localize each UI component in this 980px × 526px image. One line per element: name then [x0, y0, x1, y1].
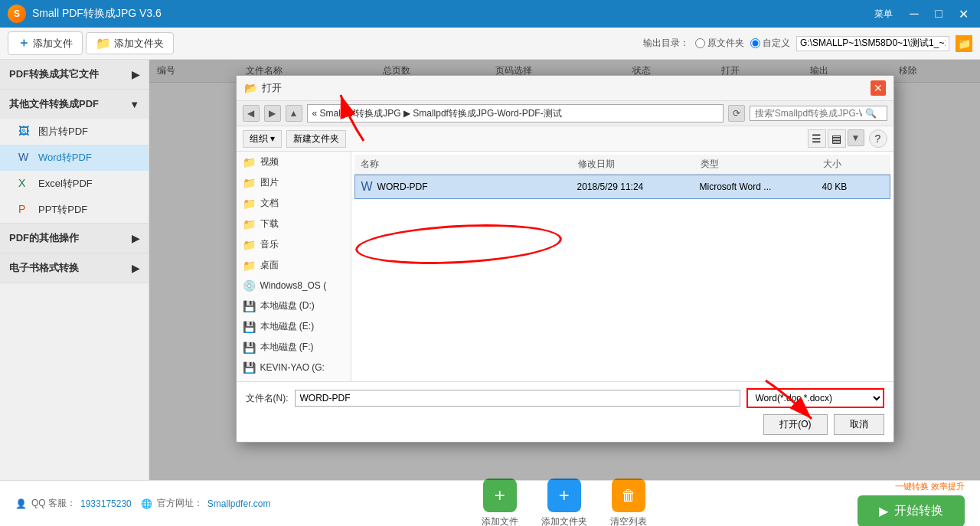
output-path-input[interactable]	[796, 36, 949, 51]
main-layout: PDF转换成其它文件 ▶ 其他文件转换成PDF ▼ 🖼 图片转PDF W Wor…	[0, 60, 980, 480]
bottom-clear-list[interactable]: 🗑 清空列表	[610, 479, 647, 526]
add-folder-plus-icon: +	[559, 485, 570, 506]
sidebar-network[interactable]: 🌐 网络	[237, 377, 351, 381]
add-file-button[interactable]: ＋ 添加文件	[8, 31, 83, 55]
help-button[interactable]: ?	[869, 129, 887, 148]
filename-input[interactable]	[295, 390, 740, 407]
bottom-center-icons: + 添加文件 + 添加文件夹 🗑 清空列表	[482, 479, 647, 526]
maximize-button[interactable]: □	[929, 5, 948, 23]
title-bar: S Small PDF转换成JPG V3.6 菜单 ─ □ ✕	[0, 0, 980, 28]
radio-custom[interactable]: 自定义	[750, 37, 790, 50]
website-label-bottom: 官方网址：	[157, 497, 203, 510]
folder-icon-desktop: 📁	[243, 260, 256, 272]
sidebar-desktop[interactable]: 📁 桌面	[237, 255, 351, 276]
add-folder-button[interactable]: 📁 添加文件夹	[86, 32, 174, 54]
sidebar-disk-e[interactable]: 💾 本地磁盘 (E:)	[237, 316, 351, 337]
folder-icon-images: 📁	[243, 177, 256, 189]
filename-label: 文件名(N):	[246, 392, 289, 405]
file-item-word-pdf[interactable]: W WORD-PDF 2018/5/29 11:24 Microsoft Wor…	[354, 175, 890, 199]
radio-original[interactable]: 原文件夹	[695, 37, 744, 50]
dialog-title-left: 📂 打开	[244, 81, 282, 95]
cancel-button[interactable]: 取消	[834, 414, 884, 435]
forward-button[interactable]: ▶	[264, 105, 281, 122]
nav-path: « Smallpdf转换成JPG ▶ Smallpdf转换成JPG-Word-P…	[307, 104, 724, 123]
dialog-sidebar: 📁 视频 📁 图片 📁 文档 📁 下载	[237, 152, 351, 381]
up-button[interactable]: ▲	[286, 105, 302, 122]
dialog-nav: ◀ ▶ ▲ « Smallpdf转换成JPG ▶ Smallpdf转换成JPG-…	[237, 101, 893, 126]
output-label: 输出目录：	[643, 37, 689, 50]
folder-icon: 📁	[243, 156, 256, 168]
expand-icon-2: ▼	[129, 99, 139, 110]
qq-label: 👤	[15, 498, 27, 509]
organize-button[interactable]: 组织 ▾	[243, 130, 282, 148]
title-bar-left: S Small PDF转换成JPG V3.6	[8, 5, 162, 23]
service-label: QQ 客服：	[31, 497, 76, 510]
sidebar-item-ppt-to-pdf[interactable]: P PPT转PDF	[0, 197, 149, 223]
bottom-left: 👤 QQ 客服： 1933175230 🌐 官方网址： Smallpdfer.c…	[15, 497, 270, 510]
expand-icon-3: ▶	[132, 233, 139, 244]
browse-folder-button[interactable]: 📁	[956, 35, 972, 52]
sidebar-docs[interactable]: 📁 文档	[237, 193, 351, 214]
new-folder-button[interactable]: 新建文件夹	[286, 130, 346, 148]
sidebar-item-excel-to-pdf[interactable]: X Excel转PDF	[0, 171, 149, 197]
add-folder-icon: 📁	[96, 36, 111, 51]
ppt-icon: P	[18, 203, 32, 217]
dialog-close-button[interactable]: ✕	[871, 80, 886, 96]
word-icon: W	[18, 151, 32, 165]
service-number[interactable]: 1933175230	[80, 498, 132, 509]
sidebar-section-to-pdf: 其他文件转换成PDF ▼ 🖼 图片转PDF W Word转PDF X Excel…	[0, 90, 149, 224]
file-name-cell: W WORD-PDF	[361, 180, 577, 194]
search-icon: 🔍	[865, 108, 877, 119]
minimize-button[interactable]: ─	[905, 5, 923, 23]
sidebar-video[interactable]: 📁 视频	[237, 152, 351, 172]
start-section: 一键转换 效率提升 ▶ 开始转换	[858, 481, 965, 527]
view-buttons: ☰ ▤ ▼	[808, 129, 864, 148]
close-button[interactable]: ✕	[954, 5, 972, 23]
sidebar-section-ebook-header[interactable]: 电子书格式转换 ▶	[0, 253, 149, 283]
drive-icon-e: 💾	[243, 321, 256, 333]
sidebar-music[interactable]: 📁 音乐	[237, 234, 351, 255]
toolbar-left: ＋ 添加文件 📁 添加文件夹	[8, 31, 174, 55]
sidebar-disk-d[interactable]: 💾 本地磁盘 (D:)	[237, 296, 351, 316]
globe-icon-bottom: 🌐	[141, 498, 152, 509]
start-convert-button[interactable]: ▶ 开始转换	[858, 495, 965, 527]
view-chevron[interactable]: ▼	[848, 129, 864, 146]
menu-label: 菜单	[874, 8, 893, 21]
view-details-button[interactable]: ▤	[828, 129, 846, 148]
view-list-button[interactable]: ☰	[808, 129, 826, 148]
open-button[interactable]: 打开(O)	[763, 414, 827, 435]
sidebar-item-image-to-pdf[interactable]: 🖼 图片转PDF	[0, 119, 149, 145]
sidebar-section-topdf-header[interactable]: 其他文件转换成PDF ▼	[0, 90, 149, 119]
search-input[interactable]	[755, 108, 862, 119]
back-button[interactable]: ◀	[243, 105, 260, 122]
sidebar-kevin[interactable]: 💾 KEVIN-YAO (G:	[237, 358, 351, 377]
bottom-bar: 👤 QQ 客服： 1933175230 🌐 官方网址： Smallpdfer.c…	[0, 480, 980, 526]
sidebar-item-word-to-pdf[interactable]: W Word转PDF	[0, 145, 149, 171]
radio-custom-label: 自定义	[763, 37, 790, 50]
dialog-title-text: 打开	[262, 81, 282, 95]
bottom-add-folder[interactable]: + 添加文件夹	[541, 479, 587, 526]
add-file-plus-icon: +	[495, 485, 505, 506]
search-box: 🔍	[750, 106, 887, 121]
bottom-add-file[interactable]: + 添加文件	[482, 479, 518, 526]
add-file-circle: +	[483, 479, 517, 512]
clear-icon: 🗑	[621, 487, 636, 505]
folder-icon-docs: 📁	[243, 198, 256, 210]
sidebar-images[interactable]: 📁 图片	[237, 172, 351, 193]
website-url[interactable]: Smallpdfer.com	[207, 498, 271, 509]
sidebar-downloads[interactable]: 📁 下载	[237, 214, 351, 234]
drive-icon-d: 💾	[243, 300, 256, 312]
sidebar-disk-f[interactable]: 💾 本地磁盘 (F:)	[237, 337, 351, 358]
sidebar-win8[interactable]: 💿 Windows8_OS (	[237, 276, 351, 296]
filetype-select[interactable]: Word(*.doc,*.docx)	[746, 388, 884, 408]
refresh-button[interactable]: ⟳	[728, 105, 745, 122]
sidebar-section-pdf-header[interactable]: PDF转换成其它文件 ▶	[0, 60, 149, 89]
image-icon: 🖼	[18, 125, 32, 139]
dialog-overlay: 📂 打开 ✕ ◀ ▶ ▲ « Smallpdf转换成JPG ▶ Smallpdf…	[149, 60, 980, 480]
filename-row: 文件名(N): Word(*.doc,*.docx)	[246, 388, 884, 408]
output-radio-group: 原文件夹 自定义	[695, 37, 790, 50]
sidebar-section-pdfops-header[interactable]: PDF的其他操作 ▶	[0, 224, 149, 253]
drive-icon-g: 💾	[243, 361, 256, 374]
app-title: Small PDF转换成JPG V3.6	[32, 7, 162, 21]
folder-icon-music: 📁	[243, 239, 256, 251]
